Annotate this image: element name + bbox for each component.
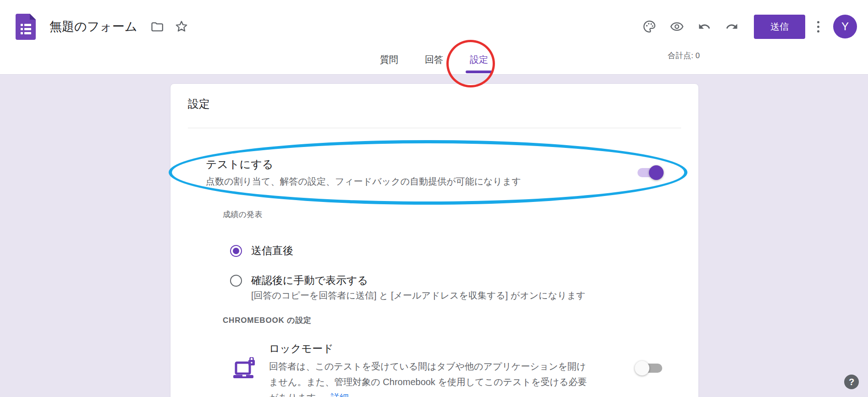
redo-icon [725, 20, 738, 33]
header-right-actions: 送信 Y [640, 15, 857, 39]
google-forms-app: 無題のフォーム [0, 0, 868, 397]
more-options-button[interactable] [814, 18, 822, 35]
settings-card: 設定 テストにする 点数の割り当て、解答の設定、フィードバックの自動提供が可能に… [170, 83, 699, 397]
radio-option-later-manual[interactable]: 確認後に手動で表示する [230, 273, 368, 288]
header-toolbar: 無題のフォーム [16, 8, 857, 45]
palette-icon [643, 20, 656, 33]
chromebook-section-text: CHROMEBOOK の設定 [223, 316, 312, 325]
star-icon [175, 20, 188, 33]
locked-mode-description: 回答者は、このテストを受けている間はタブや他のアプリケーションを開けません。また… [269, 359, 590, 397]
radio-option-label: 送信直後 [251, 244, 293, 258]
grade-release-label: 成績の発表 [223, 209, 263, 220]
customize-theme-button[interactable] [640, 17, 659, 36]
radio-selected-icon [230, 245, 242, 257]
radio-option-immediately[interactable]: 送信直後 [230, 244, 293, 258]
form-tabs: 質問 回答 設定 [0, 47, 868, 74]
locked-mode-laptop-icon [233, 357, 257, 381]
divider [188, 128, 681, 128]
dot [817, 30, 819, 33]
account-avatar[interactable]: Y [833, 15, 857, 38]
undo-button[interactable] [695, 17, 714, 36]
tab-responses[interactable]: 回答 [419, 47, 449, 74]
dot [817, 26, 819, 28]
dot [817, 21, 819, 23]
eye-icon [670, 20, 684, 33]
chromebook-section-label: CHROMEBOOK の設定 [223, 315, 312, 326]
locked-mode-toggle[interactable] [637, 364, 662, 373]
radio-option-note: [回答のコピーを回答者に送信] と [メールアドレスを収集する] がオンになりま… [251, 289, 586, 302]
move-to-folder-button[interactable] [148, 17, 166, 36]
locked-mode-title: ロックモード [269, 342, 334, 356]
redo-button[interactable] [723, 17, 741, 36]
total-points-label: 合計点: 0 [668, 50, 700, 61]
settings-heading: 設定 [188, 97, 210, 111]
form-title[interactable]: 無題のフォーム [49, 18, 137, 35]
details-link[interactable]: 詳細 [330, 392, 349, 397]
tab-questions[interactable]: 質問 [374, 47, 404, 74]
send-button[interactable]: 送信 [754, 15, 805, 39]
quiz-toggle-title: テストにする [206, 157, 273, 172]
toggle-knob [635, 361, 649, 375]
locked-mode-description-text: 回答者は、このテストを受けている間はタブや他のアプリケーションを開けません。また… [269, 361, 587, 397]
quiz-toggle-description: 点数の割り当て、解答の設定、フィードバックの自動提供が可能になります [206, 175, 521, 188]
quiz-toggle[interactable] [637, 168, 662, 177]
undo-icon [698, 20, 711, 33]
app-header: 無題のフォーム [0, 0, 868, 75]
radio-option-label: 確認後に手動で表示する [251, 273, 368, 288]
help-button[interactable]: ? [844, 375, 859, 389]
radio-unselected-icon [230, 275, 242, 287]
folder-icon [150, 20, 163, 33]
tab-settings[interactable]: 設定 [464, 47, 494, 74]
preview-button[interactable] [668, 17, 686, 36]
title-actions [148, 17, 191, 36]
star-button[interactable] [172, 17, 191, 36]
toggle-knob [649, 165, 664, 180]
google-forms-logo-icon[interactable] [16, 14, 36, 40]
